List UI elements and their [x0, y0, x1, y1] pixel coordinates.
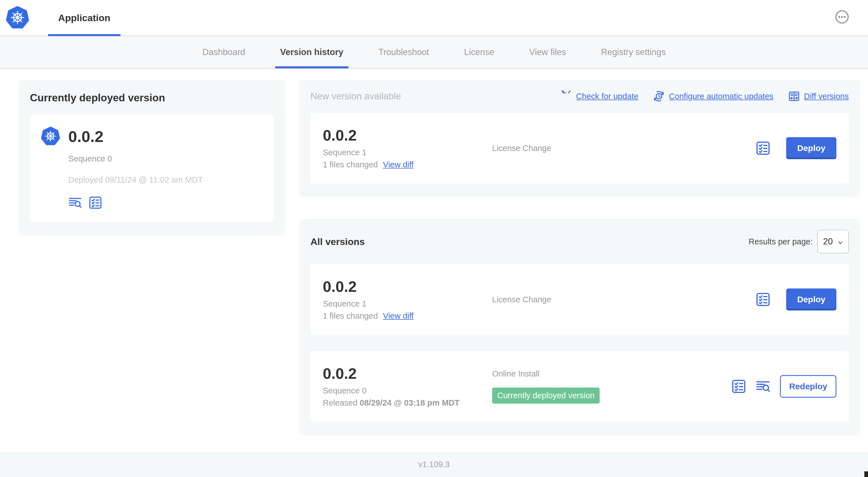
tab-label: View files	[529, 47, 566, 57]
tab-view-files[interactable]: View files	[512, 36, 583, 68]
version-number: 0.0.2	[323, 278, 492, 295]
main-content: Currently deployed version 0.0.2 Sequenc…	[0, 69, 868, 452]
version-sequence: Sequence 0	[323, 386, 492, 395]
app-footer: v1.109.3	[0, 452, 868, 477]
diff-versions-link[interactable]: Diff versions	[788, 90, 849, 102]
currently-deployed-panel: Currently deployed version 0.0.2 Sequenc…	[19, 80, 285, 236]
refresh-icon	[560, 90, 572, 102]
check-for-update-link[interactable]: Check for update	[560, 90, 638, 102]
version-row-sequence-1: 0.0.2 Sequence 1 1 files changed View di…	[310, 264, 849, 335]
view-logs-button[interactable]	[68, 196, 82, 209]
active-app-tab-underline	[48, 34, 121, 36]
diff-icon	[788, 90, 800, 102]
new-version-row: 0.0.2 Sequence 1 1 files changed View di…	[310, 113, 849, 183]
release-notes-button[interactable]	[756, 292, 770, 307]
check-for-update-label: Check for update	[576, 92, 638, 101]
version-number: 0.0.2	[323, 365, 492, 382]
tab-license[interactable]: License	[447, 36, 512, 68]
app-header: Application	[0, 0, 868, 36]
logs-icon	[756, 379, 770, 394]
currently-deployed-badge: Currently deployed version	[492, 388, 600, 404]
kubernetes-logo-icon	[6, 6, 29, 30]
new-version-heading: New version available	[310, 91, 401, 101]
app-title: Application	[58, 12, 110, 23]
checklist-icon	[732, 379, 746, 394]
configure-automatic-updates-label: Configure automatic updates	[669, 92, 773, 101]
tab-version-history[interactable]: Version history	[263, 36, 361, 68]
version-sequence: Sequence 1	[323, 299, 492, 308]
section-nav: Dashboard Version history Troubleshoot L…	[0, 36, 868, 69]
tab-label: Version history	[280, 47, 343, 57]
checklist-icon	[89, 196, 102, 209]
tab-label: License	[464, 47, 494, 57]
all-versions-panel: All versions Results per page: 20 0.0.2 …	[299, 219, 860, 435]
auto-update-clock-icon	[653, 90, 665, 102]
version-source: Online Install	[492, 369, 539, 379]
view-logs-button[interactable]	[756, 379, 770, 394]
tab-label: Dashboard	[202, 47, 245, 57]
currently-deployed-card: 0.0.2 Sequence 0 Deployed 09/11/24 @ 11:…	[30, 115, 274, 222]
results-per-page-select[interactable]: 20	[817, 230, 849, 254]
tab-registry-settings[interactable]: Registry settings	[584, 36, 683, 68]
version-number: 0.0.2	[323, 127, 492, 144]
version-row-sequence-0: 0.0.2 Sequence 0 Released 08/29/24 @ 03:…	[310, 351, 849, 422]
checklist-icon	[756, 292, 770, 307]
view-diff-link[interactable]: View diff	[383, 160, 414, 169]
released-label: Released	[323, 398, 358, 407]
currently-deployed-title: Currently deployed version	[30, 92, 274, 104]
checklist-icon	[756, 141, 770, 155]
diff-versions-label: Diff versions	[804, 92, 849, 101]
release-notes-button[interactable]	[756, 141, 770, 155]
kubernetes-logo-icon	[41, 126, 60, 146]
deployed-timestamp: Deployed 09/11/24 @ 11:02 am MDT	[68, 175, 262, 185]
console-version: v1.109.3	[418, 460, 450, 469]
configure-automatic-updates-link[interactable]: Configure automatic updates	[653, 90, 773, 102]
version-source: License Change	[492, 144, 551, 153]
released-timestamp: Released 08/29/24 @ 03:18 pm MDT	[323, 398, 492, 408]
tab-label: Troubleshoot	[378, 47, 429, 57]
app-tab[interactable]: Application	[47, 0, 122, 35]
redeploy-button[interactable]: Redeploy	[780, 375, 836, 398]
version-source: License Change	[492, 295, 551, 304]
results-per-page-value: 20	[823, 237, 833, 247]
deployed-sequence: Sequence 0	[68, 154, 262, 163]
active-tab-underline	[275, 66, 348, 68]
released-date: 08/29/24 @ 03:18 pm MDT	[360, 398, 460, 407]
files-changed-label: 1 files changed	[323, 311, 378, 321]
results-per-page-label: Results per page:	[749, 237, 813, 246]
tab-dashboard[interactable]: Dashboard	[185, 36, 263, 68]
logs-icon	[68, 196, 82, 209]
version-sequence: Sequence 1	[323, 148, 492, 157]
tab-label: Registry settings	[601, 47, 666, 57]
deployed-version-number: 0.0.2	[68, 127, 103, 146]
new-version-panel: New version available Check for update C…	[299, 80, 860, 197]
release-notes-button[interactable]	[89, 196, 102, 209]
view-diff-link[interactable]: View diff	[383, 311, 414, 321]
deploy-button[interactable]: Deploy	[786, 289, 836, 310]
overflow-menu-icon[interactable]	[835, 9, 849, 24]
tab-troubleshoot[interactable]: Troubleshoot	[361, 36, 447, 68]
files-changed-label: 1 files changed	[323, 160, 378, 169]
release-notes-button[interactable]	[732, 379, 746, 394]
chevron-down-icon	[836, 238, 843, 245]
screen-corner-artifact	[864, 471, 868, 477]
all-versions-heading: All versions	[310, 236, 365, 247]
deploy-button[interactable]: Deploy	[786, 137, 836, 159]
